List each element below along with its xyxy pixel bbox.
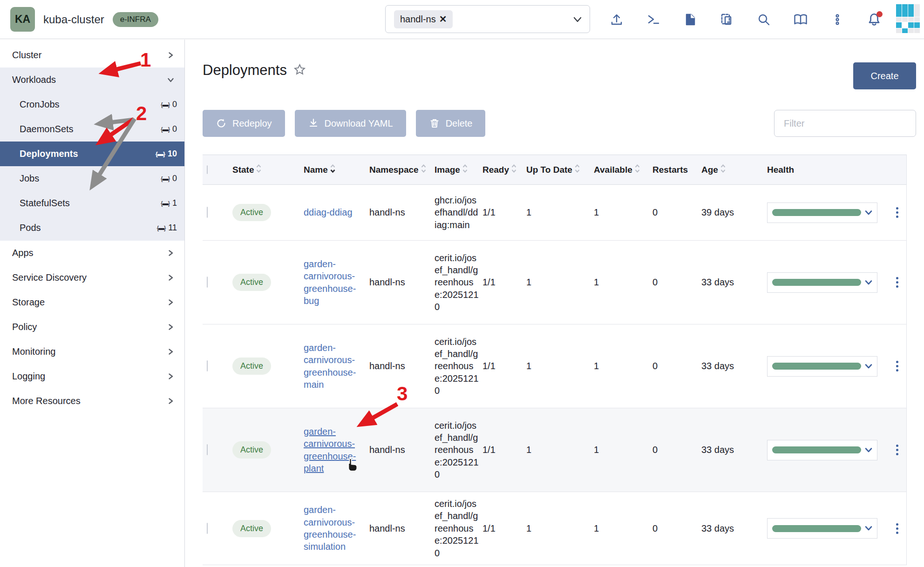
sidebar-item-more-resources[interactable]: More Resources	[0, 389, 184, 413]
column-header-name[interactable]: Name	[298, 163, 363, 176]
create-button[interactable]: Create	[853, 62, 916, 89]
delete-button[interactable]: Delete	[416, 110, 486, 137]
cell-restarts: 0	[645, 523, 694, 534]
chevron-down-icon	[865, 210, 872, 216]
sidebar-item-statefulsets[interactable]: StatefulSets {▬}1	[0, 191, 184, 216]
cell-available: 1	[584, 277, 645, 288]
namespace-filter-select[interactable]: handl-ns ✕	[385, 5, 590, 33]
cell-namespace: handl-ns	[363, 277, 428, 288]
download-yaml-button[interactable]: Download YAML	[295, 110, 406, 137]
row-checkbox[interactable]	[207, 207, 208, 218]
cell-restarts: 0	[645, 361, 694, 371]
column-header-ready[interactable]: Ready	[477, 163, 519, 176]
row-menu-icon[interactable]	[887, 274, 907, 290]
chevron-right-icon	[167, 52, 174, 59]
file-icon[interactable]	[683, 12, 698, 27]
redeploy-button[interactable]: Redeploy	[203, 110, 285, 137]
row-checkbox[interactable]	[207, 277, 208, 288]
health-select[interactable]	[767, 272, 877, 293]
row-menu-icon[interactable]	[887, 358, 907, 374]
cell-state: Active	[221, 358, 298, 375]
cell-namespace: handl-ns	[363, 361, 428, 371]
column-header-available[interactable]: Available	[584, 163, 645, 176]
row-menu-icon[interactable]	[887, 204, 907, 221]
deployment-link[interactable]: ddiag-ddiag	[304, 206, 353, 218]
docs-book-icon[interactable]	[793, 12, 808, 27]
row-menu-icon[interactable]	[887, 520, 907, 537]
deployment-link[interactable]: garden-carnivorous-greenhouse-bug	[304, 258, 359, 307]
kubeconfig-icon[interactable]	[720, 12, 734, 27]
column-header-restarts[interactable]: Restarts	[645, 165, 694, 175]
sidebar-item-daemonsets[interactable]: DaemonSets {▬}0	[0, 117, 184, 142]
search-icon[interactable]	[756, 12, 771, 27]
chevron-down-icon	[167, 76, 174, 83]
count-icon: {▬}	[161, 175, 170, 182]
chevron-right-icon	[167, 274, 174, 281]
deployment-link[interactable]: garden-carnivorous-greenhouse-simulation	[304, 504, 359, 553]
main-content: Deployments Create Redeploy Download YAM…	[185, 40, 924, 567]
row-checkbox[interactable]	[207, 523, 208, 534]
health-bar	[772, 446, 861, 453]
download-icon	[308, 118, 319, 129]
health-bar	[772, 363, 861, 370]
sidebar-item-monitoring[interactable]: Monitoring	[0, 339, 184, 364]
notifications-bell-icon[interactable]	[867, 12, 882, 27]
health-select[interactable]	[767, 518, 877, 539]
upload-icon[interactable]	[609, 12, 624, 27]
sidebar-item-logging[interactable]: Logging	[0, 364, 184, 389]
cell-image: cerit.io/josef_handl/greenhouse:20251210	[428, 498, 477, 559]
row-checkbox[interactable]	[207, 444, 208, 455]
kubectl-shell-icon[interactable]	[646, 12, 661, 27]
count-icon: {▬}	[161, 200, 170, 207]
cell-ready: 1/1	[477, 207, 519, 218]
sidebar-item-cluster[interactable]: Cluster	[0, 43, 184, 68]
sidebar-item-apps[interactable]: Apps	[0, 241, 184, 265]
sidebar-item-storage[interactable]: Storage	[0, 290, 184, 315]
sidebar-item-pods[interactable]: Pods {▬}11	[0, 216, 184, 240]
column-header-image[interactable]: Image	[428, 163, 477, 176]
redeploy-icon	[216, 118, 227, 129]
deployment-link[interactable]: garden-carnivorous-greenhouse-plant	[304, 425, 359, 475]
sidebar-item-workloads[interactable]: Workloads	[0, 68, 184, 92]
sidebar-item-jobs[interactable]: Jobs {▬}0	[0, 166, 184, 191]
cell-available: 1	[584, 445, 645, 455]
row-checkbox[interactable]	[207, 360, 208, 371]
avatar[interactable]: KA	[10, 7, 35, 32]
filter-input[interactable]	[774, 110, 916, 137]
cell-image: cerit.io/josef_handl/greenhouse:20251210	[428, 419, 477, 481]
kebab-menu-icon[interactable]	[830, 12, 845, 27]
health-bar	[772, 279, 861, 286]
column-header-namespace[interactable]: Namespace	[363, 163, 428, 176]
e-infra-logo[interactable]	[896, 4, 920, 34]
deployment-link[interactable]: garden-carnivorous-greenhouse-main	[304, 342, 359, 391]
chevron-down-icon	[865, 280, 872, 285]
row-menu-icon[interactable]	[887, 442, 907, 458]
column-header-state[interactable]: State	[221, 163, 298, 176]
column-header-up-to-date[interactable]: Up To Date	[519, 163, 584, 176]
select-all-checkbox[interactable]	[207, 165, 208, 174]
namespace-tag-label: handl-ns	[400, 14, 436, 25]
health-select[interactable]	[767, 356, 877, 377]
cell-image: cerit.io/josef_handl/greenhouse:20251210	[428, 336, 477, 397]
health-select[interactable]	[767, 440, 877, 460]
sidebar-item-service-discovery[interactable]: Service Discovery	[0, 265, 184, 290]
resource-count: {▬}11	[157, 223, 177, 233]
cell-namespace: handl-ns	[363, 523, 428, 534]
namespace-tag[interactable]: handl-ns ✕	[394, 10, 453, 28]
delete-label: Delete	[446, 118, 473, 129]
cell-health	[761, 518, 887, 539]
column-header-age[interactable]: Age	[694, 163, 761, 176]
chevron-down-icon[interactable]	[573, 16, 582, 25]
cell-ready: 1/1	[477, 523, 519, 534]
health-select[interactable]	[767, 202, 877, 223]
sidebar-item-cronjobs[interactable]: CronJobs {▬}0	[0, 92, 184, 117]
resource-count: {▬}0	[161, 174, 177, 183]
sidebar-item-policy[interactable]: Policy	[0, 315, 184, 339]
favorite-star-icon[interactable]	[293, 63, 306, 78]
sidebar-item-deployments[interactable]: Deployments {▬}10	[0, 142, 184, 166]
sidebar-item-label: Pods	[20, 223, 157, 233]
cell-up-to-date: 1	[519, 207, 584, 218]
sidebar-item-label: Deployments	[20, 148, 156, 159]
resource-count: {▬}0	[161, 124, 177, 134]
remove-namespace-icon[interactable]: ✕	[439, 14, 447, 24]
